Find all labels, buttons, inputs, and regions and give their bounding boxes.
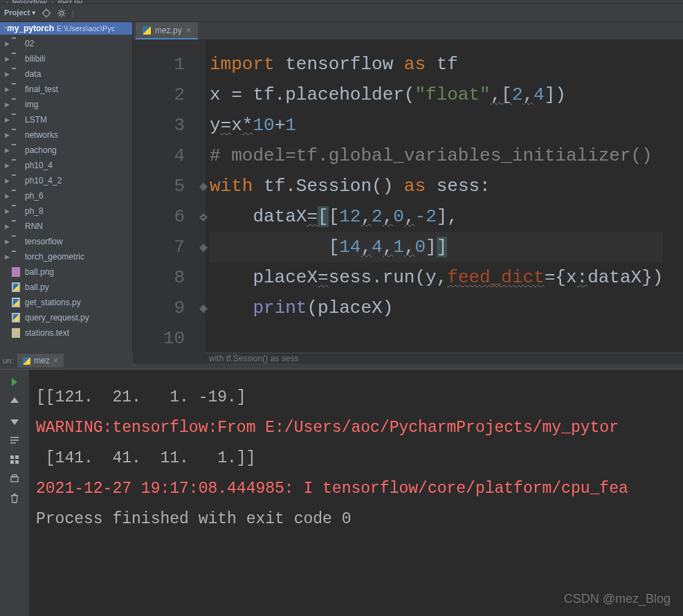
expand-arrow-icon[interactable]: ▶ xyxy=(4,192,10,199)
code-content[interactable]: import tensorflow as tfx = tf.placeholde… xyxy=(206,39,663,354)
tree-folder[interactable]: ▶ph_6 xyxy=(0,188,132,203)
fold-marker-icon[interactable] xyxy=(199,212,208,222)
tree-item-label: ph10_4 xyxy=(25,161,53,170)
tree-folder[interactable]: ▶ph_8 xyxy=(0,203,132,219)
fold-marker-icon[interactable] xyxy=(199,182,208,192)
svg-rect-11 xyxy=(11,477,18,482)
svg-rect-10 xyxy=(15,460,19,464)
tree-folder[interactable]: ▶data xyxy=(0,66,132,82)
project-sidebar[interactable]: my_pytorch E:\Users\aoc\Pyc ▶02▶bilibili… xyxy=(0,22,133,352)
python-file-icon xyxy=(12,313,20,323)
tree-folder[interactable]: ▶LSTM xyxy=(0,112,132,127)
tree-item-label: get_stations.py xyxy=(25,298,81,307)
tree-item-label: tensorflow xyxy=(25,237,63,246)
editor-tabs: mez.py × xyxy=(133,22,683,39)
tree-item-label: RNN xyxy=(25,221,43,231)
expand-arrow-icon[interactable]: ▶ xyxy=(4,208,10,215)
tree-item-label: networks xyxy=(25,130,58,140)
expand-arrow-icon[interactable]: ▶ xyxy=(4,147,10,154)
tree-folder[interactable]: ▶tensorflow xyxy=(0,234,132,249)
svg-point-5 xyxy=(60,11,64,15)
tab-label: mez.py xyxy=(155,26,182,35)
python-file-icon xyxy=(23,357,30,365)
tree-item-label: torch_geometric xyxy=(25,252,84,262)
console-output[interactable]: [[121. 21. 1. -19.]WARNING:tensorflow:Fr… xyxy=(29,370,683,616)
tree-item-label: data xyxy=(25,69,41,79)
console-action-bar xyxy=(0,370,29,616)
expand-arrow-icon[interactable]: ▶ xyxy=(4,40,10,47)
tree-item-label: query_request.py xyxy=(25,313,89,323)
code-breadcrumb[interactable]: with tf.Session() as sess xyxy=(133,354,683,363)
tree-item-label: stations.text xyxy=(25,328,69,338)
trash-icon[interactable] xyxy=(9,493,20,504)
gear-icon[interactable] xyxy=(57,8,66,18)
tree-folder[interactable]: ▶02 xyxy=(0,36,132,51)
expand-arrow-icon[interactable]: ▶ xyxy=(4,162,10,169)
tree-item-label: LSTM xyxy=(25,115,47,125)
rerun-icon[interactable] xyxy=(9,377,20,388)
tree-item-label: pachong xyxy=(25,145,57,155)
image-file-icon xyxy=(12,267,20,277)
fold-marker-icon[interactable] xyxy=(199,304,208,314)
svg-point-0 xyxy=(44,10,50,16)
expand-arrow-icon[interactable]: ▶ xyxy=(4,238,10,245)
tree-folder[interactable]: ▶ph10_4_2 xyxy=(0,173,132,188)
tree-folder[interactable]: ▶ph10_4 xyxy=(0,158,132,173)
svg-rect-8 xyxy=(15,455,19,459)
tree-file[interactable]: ball.py xyxy=(0,280,132,295)
run-tab-mez[interactable]: mez × xyxy=(17,354,64,368)
expand-arrow-icon[interactable]: ▶ xyxy=(4,55,10,62)
expand-arrow-icon[interactable]: ▶ xyxy=(4,101,10,108)
tree-file[interactable]: get_stations.py xyxy=(0,295,132,310)
svg-rect-9 xyxy=(10,460,14,464)
text-file-icon xyxy=(12,328,20,338)
tab-mez-py[interactable]: mez.py × xyxy=(136,22,198,39)
expand-arrow-icon[interactable]: ▶ xyxy=(4,116,10,123)
close-icon[interactable]: × xyxy=(53,356,58,365)
tree-item-label: ball.png xyxy=(25,267,54,277)
project-path: E:\Users\aoc\Pyc xyxy=(57,24,115,33)
tree-folder[interactable]: ▶final_test xyxy=(0,82,132,97)
run-tab-label: mez xyxy=(34,356,50,365)
expand-arrow-icon[interactable]: ▶ xyxy=(4,132,10,138)
project-name: my_pytorch xyxy=(7,24,54,33)
fold-marker-icon[interactable] xyxy=(199,243,208,253)
line-gutter: 1 2 3 4 5 6 7 8 9 10 xyxy=(133,39,206,354)
target-icon[interactable] xyxy=(42,8,51,18)
close-icon[interactable]: × xyxy=(186,25,192,35)
expand-arrow-icon[interactable]: ▶ xyxy=(4,86,10,93)
soft-wrap-icon[interactable] xyxy=(9,435,20,446)
tree-file[interactable]: ball.png xyxy=(0,264,132,280)
code-editor[interactable]: 1 2 3 4 5 6 7 8 9 10 import tensorflow a… xyxy=(133,39,683,354)
tree-file[interactable]: query_request.py xyxy=(0,310,132,325)
tree-folder[interactable]: ▶img xyxy=(0,97,132,112)
expand-arrow-icon[interactable]: ▶ xyxy=(4,253,10,260)
expand-arrow-icon[interactable]: ▶ xyxy=(4,223,10,230)
expand-arrow-icon[interactable]: ▶ xyxy=(4,177,10,184)
tree-folder[interactable]: ▶RNN xyxy=(0,219,132,234)
tree-item-label: ph_8 xyxy=(25,206,44,216)
up-arrow-icon[interactable] xyxy=(9,396,20,407)
down-arrow-icon[interactable] xyxy=(9,415,20,426)
expand-arrow-icon[interactable]: ▶ xyxy=(4,71,10,78)
tree-file[interactable]: stations.text xyxy=(0,325,132,341)
scroll-end-icon[interactable] xyxy=(9,454,20,465)
svg-rect-7 xyxy=(10,455,14,459)
tree-folder[interactable]: ▶networks xyxy=(0,127,132,143)
tree-folder[interactable]: ▶torch_geometric xyxy=(0,249,132,264)
svg-rect-12 xyxy=(12,475,17,477)
project-dropdown[interactable]: Project ▾ xyxy=(4,8,36,17)
print-icon[interactable] xyxy=(9,473,20,484)
tree-folder[interactable]: ▶pachong xyxy=(0,143,132,158)
tree-item-label: final_test xyxy=(25,84,58,94)
svg-rect-6 xyxy=(202,217,205,218)
toolbar-divider: | xyxy=(72,9,74,17)
tree-item-label: ph_6 xyxy=(25,191,44,201)
python-file-icon xyxy=(143,26,151,35)
project-root[interactable]: my_pytorch E:\Users\aoc\Pyc xyxy=(0,22,132,35)
tree-folder[interactable]: ▶bilibili xyxy=(0,51,132,66)
tree-item-label: 02 xyxy=(25,39,34,48)
project-toolbar: Project ▾ | xyxy=(0,4,683,22)
tree-item-label: ball.py xyxy=(25,282,49,292)
tree-item-label: img xyxy=(25,100,38,109)
